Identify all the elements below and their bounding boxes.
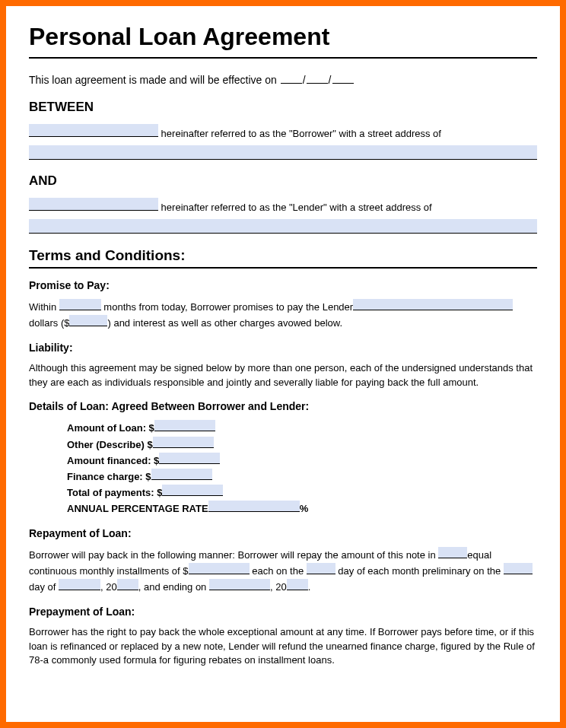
loan-details-list: Amount of Loan: $ Other (Describe) $ Amo…: [67, 420, 537, 517]
total-field[interactable]: [162, 485, 223, 496]
financed-label: Amount financed: $: [67, 455, 159, 466]
repayment-text: Borrower will pay back in the following …: [29, 547, 537, 595]
apr-field[interactable]: [208, 501, 300, 512]
details-heading: Details of Loan: Agreed Between Borrower…: [29, 400, 537, 412]
due-day-field[interactable]: [307, 563, 335, 574]
terms-heading: Terms and Conditions:: [29, 247, 537, 264]
other-field[interactable]: [153, 437, 214, 448]
lender-block: hereinafter referred to as the "Lender" …: [29, 198, 537, 234]
date-day-field[interactable]: [307, 83, 328, 84]
amount-words-field[interactable]: [353, 299, 513, 310]
financed-field[interactable]: [159, 453, 220, 464]
start-day-field[interactable]: [504, 563, 533, 574]
end-month-field[interactable]: [209, 579, 270, 590]
date-year-field[interactable]: [332, 83, 354, 84]
percent-label: %: [300, 503, 309, 514]
repay-e: day of: [29, 581, 59, 593]
intro-line: This loan agreement is made and will be …: [29, 74, 537, 86]
amount-of-loan-field[interactable]: [154, 420, 215, 431]
promise-b: months from today, Borrower promises to …: [101, 301, 353, 313]
prepayment-heading: Prepayment of Loan:: [29, 606, 537, 618]
start-month-field[interactable]: [59, 579, 100, 590]
end-year-field[interactable]: [287, 579, 308, 590]
promise-d: ) and interest as well as other charges …: [107, 317, 342, 329]
finance-charge-label: Finance charge: $: [67, 471, 151, 482]
prepayment-text: Borrower has the right to pay back the w…: [29, 625, 537, 669]
between-heading: BETWEEN: [29, 100, 537, 115]
borrower-address-field[interactable]: [29, 145, 537, 160]
repay-i: .: [308, 581, 311, 593]
promise-text: Within months from today, Borrower promi…: [29, 299, 537, 331]
liability-text: Although this agreement may be signed be…: [29, 361, 537, 390]
repay-h: , 20: [270, 581, 287, 593]
total-label: Total of payments: $: [67, 487, 162, 498]
promise-c: dollars ($: [29, 317, 69, 329]
installment-count-field[interactable]: [438, 547, 467, 558]
intro-text: This loan agreement is made and will be …: [29, 74, 277, 86]
repay-g: , and ending on: [138, 581, 209, 593]
and-heading: AND: [29, 173, 537, 189]
borrower-text: hereinafter referred to as the "Borrower…: [158, 128, 441, 139]
date-month-field[interactable]: [281, 83, 302, 84]
title-rule: [29, 57, 537, 59]
document-title: Personal Loan Agreement: [29, 23, 537, 51]
lender-address-field[interactable]: [29, 219, 537, 234]
liability-heading: Liability:: [29, 342, 537, 354]
promise-heading: Promise to Pay:: [29, 279, 537, 291]
borrower-block: hereinafter referred to as the "Borrower…: [29, 124, 537, 160]
repayment-heading: Repayment of Loan:: [29, 527, 537, 539]
installment-amount-field[interactable]: [189, 563, 250, 574]
apr-label: ANNUAL PERCENTAGE RATE: [67, 503, 208, 514]
repay-a: Borrower will pay back in the following …: [29, 549, 438, 561]
finance-charge-field[interactable]: [151, 469, 212, 480]
amount-label: Amount of Loan: $: [67, 422, 154, 434]
lender-text: hereinafter referred to as the "Lender" …: [158, 202, 432, 213]
start-year-field[interactable]: [117, 579, 138, 590]
borrower-name-field[interactable]: [29, 124, 158, 137]
lender-name-field[interactable]: [29, 198, 158, 211]
other-label: Other (Describe) $: [67, 439, 153, 450]
repay-f: , 20: [100, 581, 117, 593]
amount-dollars-field[interactable]: [69, 315, 107, 326]
document-page: Personal Loan Agreement This loan agreem…: [0, 0, 566, 728]
terms-rule: [29, 267, 537, 269]
repay-d: day of each month preliminary on the: [335, 565, 504, 577]
months-field[interactable]: [59, 299, 101, 310]
repay-c: each on the: [250, 565, 307, 577]
promise-a: Within: [29, 301, 59, 313]
